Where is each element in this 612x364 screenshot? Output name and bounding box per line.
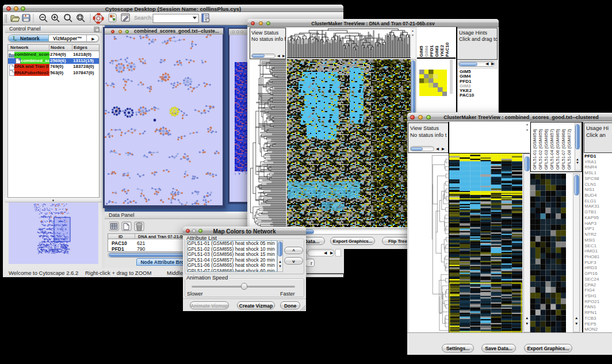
svg-text:GPL51-06 (GSM865): GPL51-06 (GSM865) [555, 129, 560, 170]
svg-text:GIM3: GIM3 [434, 45, 439, 57]
svg-text:Search:: Search: [134, 14, 153, 21]
svg-text:GPL51-03 (GSM856): GPL51-03 (GSM856) [544, 129, 549, 170]
svg-text:GPL51-02 (GSM855): GPL51-02 (GSM855) [538, 129, 543, 170]
svg-text:GPL51-01 (GSM854): GPL51-01 (GSM854) [532, 129, 537, 170]
svg-text:YKE2: YKE2 [439, 45, 445, 57]
svg-text:PFD1: PFD1 [429, 45, 434, 57]
svg-text:GIM4: GIM4 [424, 45, 429, 57]
svg-text:GPL51-04 (GSM857): GPL51-04 (GSM857) [549, 129, 554, 170]
svg-text:GPL51-08 (GSM872): GPL51-08 (GSM872) [567, 129, 572, 170]
svg-text:GIM5: GIM5 [419, 45, 424, 57]
svg-text:PAC10: PAC10 [445, 42, 450, 57]
svg-text:GPL51-07 (GSM868): GPL51-07 (GSM868) [561, 129, 566, 170]
